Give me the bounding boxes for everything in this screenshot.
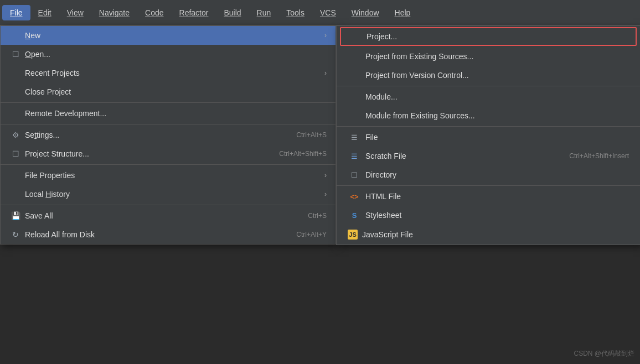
menu-item-save-all[interactable]: 💾 Save All Ctrl+S	[1, 206, 336, 225]
divider-4	[1, 205, 336, 205]
project-existing-label: Project from Existing Sources...	[365, 52, 629, 61]
new-label: New	[25, 31, 324, 40]
menu-refactor[interactable]: Refactor	[172, 5, 216, 20]
settings-icon: ⚙	[9, 131, 22, 139]
menu-tools[interactable]: Tools	[278, 5, 312, 20]
css-icon: S	[348, 211, 361, 220]
scratch-icon: ☰	[348, 152, 361, 160]
directory-label: Directory	[365, 170, 629, 179]
submenu-item-javascript[interactable]: JS JavaScript File	[337, 225, 640, 245]
menu-run[interactable]: Run	[249, 5, 279, 20]
reload-shortcut: Ctrl+Alt+Y	[296, 231, 327, 238]
divider-2	[1, 124, 336, 124]
close-label: Close Project	[25, 87, 327, 96]
project-structure-icon: ☐	[9, 149, 22, 158]
submenu-item-module-existing[interactable]: Module from Existing Sources...	[337, 106, 640, 125]
menu-item-project-structure[interactable]: ☐ Project Structure... Ctrl+Alt+Shift+S	[1, 144, 336, 163]
recent-label: Recent Projects	[25, 69, 324, 77]
menu-item-file-properties[interactable]: File Properties ›	[1, 166, 336, 185]
menu-view[interactable]: View	[59, 5, 91, 20]
submenu-item-scratch[interactable]: ☰ Scratch File Ctrl+Alt+Shift+Insert	[337, 147, 640, 165]
file-label: File	[365, 133, 629, 142]
settings-shortcut: Ctrl+Alt+S	[296, 131, 327, 139]
menu-build[interactable]: Build	[216, 5, 249, 20]
html-label: HTML File	[365, 192, 629, 201]
file-icon: ☰	[348, 133, 361, 142]
project-structure-label: Project Structure...	[25, 149, 268, 158]
divider-1	[1, 102, 336, 103]
menu-help[interactable]: Help	[387, 5, 419, 20]
scratch-label: Scratch File	[365, 152, 569, 160]
new-submenu-dropdown: Project... Project from Existing Sources…	[336, 25, 640, 245]
js-icon: JS	[348, 230, 358, 240]
file-menu-dropdown: New › ☐ Open... Recent Projects › Close …	[0, 25, 336, 245]
remote-label: Remote Development...	[25, 109, 327, 118]
file-properties-label: File Properties	[25, 171, 324, 180]
submenu-item-stylesheet[interactable]: S Stylesheet	[337, 206, 640, 225]
project-vcs-label: Project from Version Control...	[365, 71, 629, 80]
menu-item-local-history[interactable]: Local History ›	[1, 185, 336, 204]
menu-file[interactable]: File	[2, 5, 30, 20]
sub-divider-2	[337, 126, 640, 127]
local-history-arrow: ›	[324, 190, 327, 198]
menu-item-open[interactable]: ☐ Open...	[1, 45, 336, 64]
save-all-shortcut: Ctrl+S	[308, 212, 327, 220]
content-area: New › ☐ Open... Recent Projects › Close …	[0, 25, 640, 364]
menu-item-settings[interactable]: ⚙ Settings... Ctrl+Alt+S	[1, 126, 336, 144]
menu-item-new[interactable]: New ›	[1, 26, 336, 45]
menu-item-remote[interactable]: Remote Development...	[1, 104, 336, 123]
project-structure-shortcut: Ctrl+Alt+Shift+S	[279, 150, 327, 158]
settings-label: Settings...	[25, 131, 285, 139]
file-properties-arrow: ›	[324, 171, 327, 179]
directory-icon: ☐	[348, 171, 361, 179]
submenu-item-html[interactable]: <> HTML File	[337, 187, 640, 206]
menubar: File Edit View Navigate Code Refactor Bu…	[0, 0, 640, 25]
menu-item-close[interactable]: Close Project	[1, 82, 336, 101]
menu-window[interactable]: Window	[344, 5, 387, 20]
open-label: Open...	[25, 50, 327, 59]
submenu-item-file[interactable]: ☰ File	[337, 128, 640, 147]
submenu-item-project-existing[interactable]: Project from Existing Sources...	[337, 47, 640, 66]
local-history-label: Local History	[25, 190, 324, 199]
submenu-item-project-vcs[interactable]: Project from Version Control...	[337, 66, 640, 85]
divider-3	[1, 164, 336, 165]
save-all-label: Save All	[25, 211, 297, 220]
sub-divider-1	[337, 86, 640, 86]
sub-divider-3	[337, 185, 640, 186]
open-icon: ☐	[9, 50, 22, 59]
reload-label: Reload All from Disk	[25, 230, 285, 239]
submenu-item-directory[interactable]: ☐ Directory	[337, 165, 640, 184]
watermark: CSDN @代码敲到烂	[574, 349, 634, 358]
menu-item-reload[interactable]: ↻ Reload All from Disk Ctrl+Alt+Y	[1, 225, 336, 244]
menu-vcs[interactable]: VCS	[312, 5, 344, 20]
menu-edit[interactable]: Edit	[30, 5, 59, 20]
javascript-label: JavaScript File	[362, 230, 629, 239]
project-label: Project...	[367, 32, 628, 41]
scratch-shortcut: Ctrl+Alt+Shift+Insert	[569, 152, 629, 160]
submenu-item-project[interactable]: Project...	[340, 27, 637, 46]
menu-item-recent[interactable]: Recent Projects ›	[1, 64, 336, 82]
module-existing-label: Module from Existing Sources...	[365, 111, 629, 120]
menu-code[interactable]: Code	[137, 5, 171, 20]
recent-arrow: ›	[324, 69, 327, 77]
save-icon: 💾	[9, 211, 22, 220]
html-icon: <>	[348, 193, 361, 201]
submenu-item-module[interactable]: Module...	[337, 87, 640, 106]
reload-icon: ↻	[9, 230, 22, 239]
module-label: Module...	[365, 92, 629, 101]
new-arrow: ›	[324, 32, 327, 39]
stylesheet-label: Stylesheet	[365, 211, 629, 220]
menu-navigate[interactable]: Navigate	[91, 5, 137, 20]
